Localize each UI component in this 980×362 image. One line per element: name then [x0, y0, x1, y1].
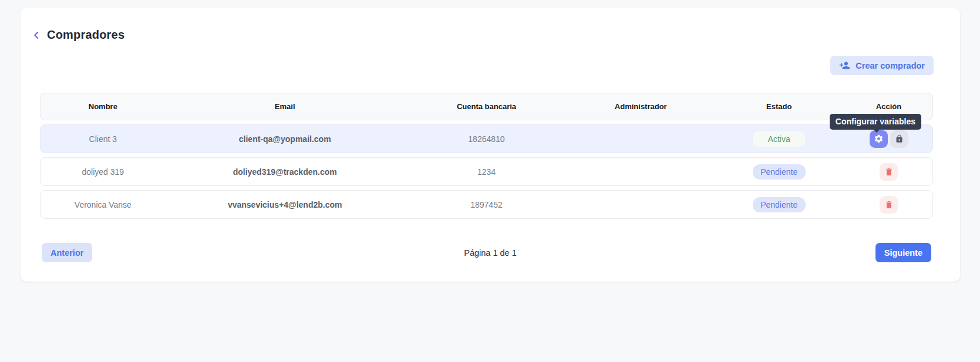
user-plus-icon	[839, 60, 850, 71]
cell-estado: Activa	[713, 131, 845, 147]
table-row[interactable]: doliyed 319 doliyed319@trackden.com 1234…	[40, 157, 933, 186]
page-title: Compradores	[47, 28, 124, 42]
cell-accion	[845, 130, 932, 148]
cell-nombre: Client 3	[41, 134, 166, 144]
cell-cuenta-bancaria: 18264810	[405, 134, 568, 144]
cell-email: doliyed319@trackden.com	[166, 167, 405, 177]
table-row[interactable]: Veronica Vanse vvansevicius+4@lend2b.com…	[40, 190, 933, 219]
cell-accion	[845, 163, 932, 181]
compradores-table: Nombre Email Cuenta bancaria Administrad…	[40, 93, 933, 219]
column-header-nombre: Nombre	[41, 102, 166, 111]
chevron-left-icon	[31, 30, 42, 40]
page-info: Página 1 de 1	[21, 248, 960, 258]
back-button[interactable]	[31, 30, 42, 40]
column-header-email: Email	[166, 102, 405, 111]
status-badge: Pendiente	[753, 164, 806, 180]
cell-nombre: Veronica Vanse	[41, 200, 166, 209]
table-header-row: Nombre Email Cuenta bancaria Administrad…	[40, 93, 933, 120]
cell-email: client-qa@yopmail.com	[166, 134, 405, 144]
status-badge: Activa	[753, 131, 805, 147]
column-header-cuenta-bancaria: Cuenta bancaria	[405, 102, 568, 111]
pagination: Anterior Página 1 de 1 Siguiente	[21, 243, 960, 262]
cell-email: vvansevicius+4@lend2b.com	[166, 200, 405, 209]
tooltip-arrow	[874, 130, 880, 133]
gear-icon	[874, 134, 884, 144]
page-header: Compradores	[31, 28, 124, 42]
lock-button[interactable]	[890, 130, 908, 148]
delete-button[interactable]	[880, 196, 898, 214]
column-header-estado: Estado	[713, 102, 845, 111]
trash-icon	[884, 167, 894, 177]
tooltip-label: Configurar variables	[836, 117, 915, 126]
create-comprador-button[interactable]: Crear comprador	[830, 56, 934, 75]
cell-estado: Pendiente	[713, 197, 845, 212]
cell-cuenta-bancaria: 1897452	[405, 200, 568, 209]
configure-variables-tooltip: Configurar variables	[830, 114, 921, 130]
status-badge: Pendiente	[753, 197, 806, 212]
trash-icon	[884, 200, 894, 209]
cell-cuenta-bancaria: 1234	[405, 167, 568, 177]
cell-accion	[845, 196, 932, 214]
configure-variables-button[interactable]	[870, 130, 888, 148]
table-row[interactable]: Client 3 client-qa@yopmail.com 18264810 …	[40, 124, 933, 153]
lock-icon	[895, 134, 904, 143]
delete-button[interactable]	[880, 163, 898, 181]
compradores-card: Compradores Crear comprador Nombre Email…	[21, 8, 960, 282]
cell-estado: Pendiente	[713, 164, 845, 180]
column-header-administrador: Administrador	[568, 102, 713, 111]
column-header-accion: Acción	[845, 102, 932, 111]
cell-nombre: doliyed 319	[41, 167, 166, 177]
create-comprador-label: Crear comprador	[856, 61, 925, 70]
